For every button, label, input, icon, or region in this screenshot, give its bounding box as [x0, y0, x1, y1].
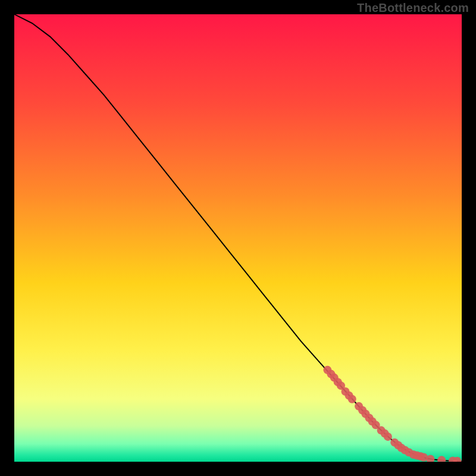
chart-svg [14, 14, 462, 462]
data-marker [384, 433, 392, 441]
chart-frame: TheBottleneck.com [0, 0, 476, 476]
plot-area [14, 14, 462, 462]
watermark-text: TheBottleneck.com [357, 1, 469, 15]
plot-background [14, 14, 462, 462]
data-marker [348, 395, 356, 403]
